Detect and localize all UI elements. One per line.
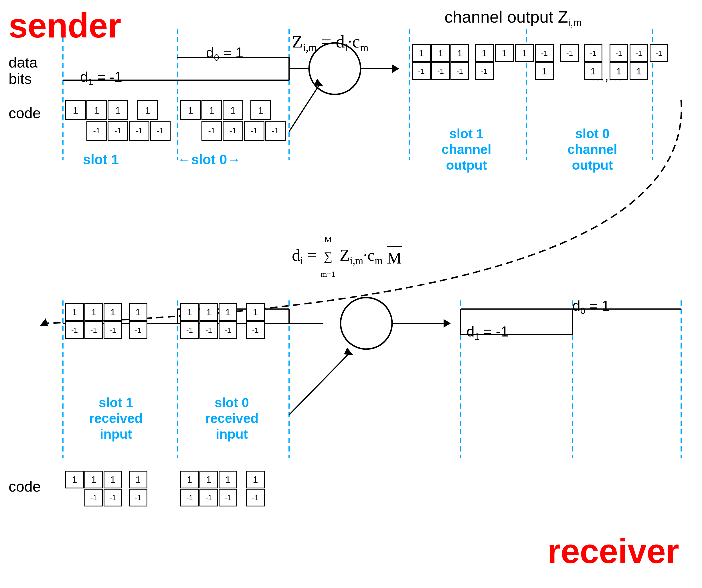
code-box: -1 — [223, 121, 243, 141]
code-box: 1 — [137, 100, 158, 120]
ch-out-box: 1 — [629, 63, 648, 80]
recv-box: -1 — [200, 321, 218, 339]
code-box-bottom: 1 — [200, 471, 218, 488]
slot0-channel-output-label: slot 0channeloutput — [538, 126, 647, 173]
code-box-bottom: 1 — [129, 471, 147, 488]
code-box-bottom: -1 — [200, 489, 218, 506]
slot1-top-label: slot 1 — [83, 152, 119, 167]
channel-output-title: channel output Zi,m — [445, 7, 582, 29]
diagram: sender receiver channel output Zi,m Zi,m… — [0, 0, 702, 588]
receiver-label: receiver — [548, 532, 679, 571]
ch-out-box: 1 — [535, 63, 554, 80]
recv-box: 1 — [85, 303, 103, 321]
code-box-bottom: -1 — [104, 489, 122, 506]
code-box-bottom: 1 — [104, 471, 122, 488]
code-box: -1 — [150, 121, 170, 141]
svg-line-28 — [289, 352, 351, 415]
recv-box: 1 — [65, 303, 84, 321]
recv-box: 1 — [200, 303, 218, 321]
code-box: 1 — [108, 100, 128, 120]
code-box-bottom: -1 — [180, 489, 199, 506]
code-bottom-label: code — [9, 478, 41, 495]
svg-marker-29 — [344, 348, 353, 355]
ch-out-box: -1 — [431, 63, 450, 80]
code-box: -1 — [244, 121, 264, 141]
svg-line-13 — [289, 83, 321, 132]
recv-box: -1 — [129, 321, 147, 339]
recv-box: 1 — [246, 303, 265, 321]
top-formula: Zi,m = di·cm — [292, 31, 369, 54]
sender-label: sender — [9, 6, 121, 45]
recv-box: -1 — [219, 321, 237, 339]
d0-bottom-label: d0 = 1 — [572, 298, 609, 316]
code-box: -1 — [265, 121, 285, 141]
slot1-channel-output-label: slot 1channeloutput — [415, 126, 518, 173]
slot0-received-label: slot 0receivedinput — [180, 395, 283, 442]
slot0-top-label: ←slot 0→ — [178, 152, 241, 167]
code-box: -1 — [202, 121, 222, 141]
recv-box: 1 — [219, 303, 237, 321]
recv-box: 1 — [180, 303, 199, 321]
code-top-label: code — [9, 104, 41, 122]
recv-box: -1 — [104, 321, 122, 339]
code-box-bottom: 1 — [85, 471, 103, 488]
bottom-formula: di = M ∑ m=1 Zi,m·cm M — [292, 235, 402, 279]
ch-out-box: 1 — [450, 44, 469, 62]
code-box: 1 — [250, 100, 271, 120]
ch-out-box: 1 — [584, 63, 602, 80]
code-box-bottom: -1 — [129, 489, 147, 506]
ch-out-box: -1 — [650, 44, 668, 62]
recv-box: -1 — [180, 321, 199, 339]
code-box: -1 — [129, 121, 149, 141]
code-box: 1 — [202, 100, 222, 120]
ch-out-box: -1 — [535, 44, 554, 62]
code-box: 1 — [223, 100, 243, 120]
ch-out-box: -1 — [412, 63, 431, 80]
data-bits-label: databits — [9, 54, 37, 87]
code-box: 1 — [65, 100, 86, 120]
ch-out-box: 1 — [412, 44, 431, 62]
slot1-received-label: slot 1receivedinput — [65, 395, 167, 442]
d1-top-label: d1 = -1 — [80, 69, 122, 87]
code-box-bottom: -1 — [85, 489, 103, 506]
code-box: 1 — [180, 100, 201, 120]
d1-bottom-label: d1 = -1 — [466, 323, 508, 342]
code-box-bottom: -1 — [219, 489, 237, 506]
code-box: -1 — [87, 121, 107, 141]
ch-out-box: 1 — [609, 63, 628, 80]
code-box: 1 — [87, 100, 107, 120]
recv-box: -1 — [85, 321, 103, 339]
code-box-bottom: -1 — [246, 489, 265, 506]
svg-point-27 — [341, 298, 392, 349]
svg-marker-31 — [444, 319, 451, 328]
ch-out-box: 1 — [515, 44, 534, 62]
code-box-bottom: 1 — [246, 471, 265, 488]
ch-out-box: -1 — [450, 63, 469, 80]
svg-marker-15 — [40, 318, 48, 326]
svg-marker-11 — [392, 65, 399, 73]
ch-out-box: -1 — [629, 44, 648, 62]
d0-top-label: d0 = 1 — [206, 44, 243, 63]
svg-marker-14 — [314, 79, 323, 87]
ch-out-box: 1 — [495, 44, 514, 62]
recv-box: -1 — [65, 321, 84, 339]
ch-out-box: -1 — [609, 44, 628, 62]
code-box-bottom: 1 — [180, 471, 199, 488]
code-box-bottom: 1 — [65, 471, 84, 488]
ch-out-box: -1 — [584, 44, 602, 62]
recv-box: -1 — [246, 321, 265, 339]
recv-box: 1 — [104, 303, 122, 321]
ch-out-box: 1 — [475, 44, 494, 62]
code-box-bottom: 1 — [219, 471, 237, 488]
code-box: -1 — [108, 121, 128, 141]
ch-out-box: 1 — [431, 44, 450, 62]
ch-out-box: -1 — [475, 63, 494, 80]
recv-box: 1 — [129, 303, 147, 321]
ch-out-box: -1 — [560, 44, 579, 62]
